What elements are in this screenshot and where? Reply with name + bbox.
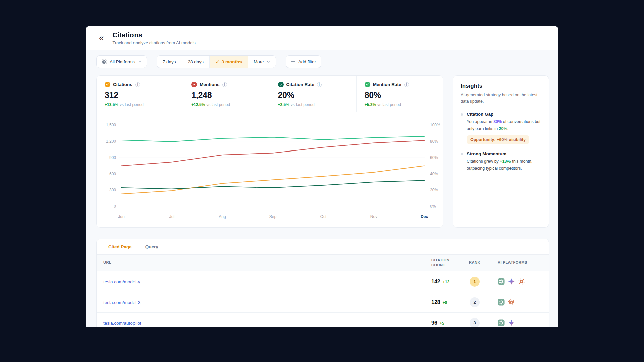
cited-pages-card: Cited Page Query URL CITATION COUNT RANK… bbox=[96, 239, 549, 327]
insight-title: Strong Momentum bbox=[467, 151, 541, 156]
table-row[interactable]: tesla.com/model-3 128+8 2 bbox=[97, 292, 549, 312]
stat-card-citation-rate: Citation Rate i 20% +2.5%vs last period bbox=[270, 76, 357, 112]
page-title: Citations bbox=[112, 31, 197, 39]
column-header-rank: RANK bbox=[469, 257, 480, 268]
right-axis-tick: 0% bbox=[430, 204, 436, 209]
left-axis-tick: 1,200 bbox=[106, 139, 116, 144]
right-axis-tick: 60% bbox=[430, 155, 438, 160]
tab-cited-page[interactable]: Cited Page bbox=[103, 239, 137, 254]
tab-query[interactable]: Query bbox=[140, 239, 163, 254]
insights-panel: Insights AI-generated strategy based on … bbox=[453, 75, 549, 228]
add-filter-label: Add filter bbox=[298, 59, 316, 64]
filter-bar: All Platforms 7 days 28 days 3 months Mo… bbox=[96, 55, 549, 68]
grid-icon bbox=[102, 59, 107, 64]
app-background: { "header": { "title": "Citations", "sub… bbox=[0, 0, 644, 362]
platform-selector[interactable]: All Platforms bbox=[96, 55, 147, 68]
title-block: Citations Track and analyze citations fr… bbox=[112, 31, 197, 45]
rank-cell: 2 bbox=[470, 297, 480, 307]
stat-value: 20% bbox=[278, 90, 348, 100]
x-axis-label: Jul bbox=[169, 214, 174, 219]
table-body: tesla.com/model-y 142+12 1 tesla.com/mod… bbox=[97, 271, 549, 327]
series-citation-rate bbox=[121, 180, 424, 189]
date-range-selector: 7 days 28 days 3 months More bbox=[157, 55, 276, 68]
stat-card-mentions: Mentions i 1,248 +12.5%vs last period bbox=[183, 76, 270, 112]
table-tabs: Cited Page Query bbox=[97, 239, 549, 255]
insight-bullet bbox=[461, 153, 463, 155]
check-circle-icon bbox=[365, 82, 370, 87]
right-axis-tick: 20% bbox=[430, 188, 438, 192]
series-citations bbox=[121, 166, 424, 194]
cited-url-link[interactable]: tesla.com/model-3 bbox=[103, 300, 140, 305]
plus-icon bbox=[291, 60, 295, 64]
insight-items: Citation Gap You appear in 80% of conver… bbox=[461, 112, 541, 172]
divider bbox=[152, 57, 152, 66]
rank-cell: 1 bbox=[470, 277, 480, 287]
x-axis-label: Dec bbox=[421, 214, 428, 219]
date-range-more[interactable]: More bbox=[248, 56, 276, 68]
claude-icon bbox=[518, 278, 525, 285]
stat-label: Citations bbox=[113, 82, 132, 87]
left-axis-tick: 1,500 bbox=[106, 123, 116, 127]
stat-label: Mention Rate bbox=[373, 82, 401, 87]
openai-icon bbox=[498, 299, 505, 306]
insight-body: Citations grew by +13% this month, outpa… bbox=[467, 158, 541, 172]
stat-card-mention-rate: Mention Rate i 80% +5.2%vs last period bbox=[357, 76, 443, 112]
stat-label: Mentions bbox=[200, 82, 219, 87]
ai-platforms-cell bbox=[492, 299, 542, 306]
left-axis-tick: 0 bbox=[114, 204, 116, 209]
right-axis-tick: 80% bbox=[430, 139, 438, 144]
citation-count-cell: 142+12 bbox=[427, 279, 458, 285]
chevron-down-icon bbox=[267, 61, 270, 63]
claude-icon bbox=[508, 299, 515, 306]
metrics-chart-card: Citations i 312 +13.5%vs last period Men… bbox=[96, 75, 443, 228]
stats-row: Citations i 312 +13.5%vs last period Men… bbox=[97, 76, 443, 112]
citations-chart: 1,500100%1,20080%90060%60040%30020%00%Ju… bbox=[97, 112, 443, 227]
column-header-citation-count: CITATION COUNT bbox=[427, 255, 458, 271]
openai-icon bbox=[498, 278, 505, 285]
series-mention-rate bbox=[121, 136, 424, 142]
insight-item: Strong Momentum Citations grew by +13% t… bbox=[461, 151, 541, 172]
gemini-icon bbox=[508, 319, 515, 326]
insight-badge: Opportunity: +60% visibility bbox=[467, 135, 529, 144]
insights-title: Insights bbox=[461, 83, 541, 89]
insights-subtitle: AI-generated strategy based on the lates… bbox=[461, 92, 541, 105]
info-icon[interactable]: i bbox=[222, 82, 227, 87]
check-icon bbox=[215, 60, 219, 63]
rank-badge: 1 bbox=[470, 277, 480, 287]
info-icon[interactable]: i bbox=[317, 82, 322, 87]
table-row[interactable]: tesla.com/autopilot 96+5 3 bbox=[97, 312, 549, 327]
divider bbox=[281, 57, 281, 66]
page-subtitle: Track and analyze citations from AI mode… bbox=[112, 40, 197, 45]
stat-delta: +13.5%vs last period bbox=[105, 102, 175, 107]
right-axis-tick: 100% bbox=[430, 123, 440, 127]
add-filter-button[interactable]: Add filter bbox=[286, 55, 321, 68]
date-range-7-days[interactable]: 7 days bbox=[157, 56, 182, 68]
column-header-ai-platforms: AI PLATFORMS bbox=[492, 257, 542, 268]
stat-delta: +5.2%vs last period bbox=[365, 102, 435, 107]
date-range-3-months[interactable]: 3 months bbox=[210, 56, 248, 68]
check-circle-icon bbox=[191, 82, 197, 87]
cited-url-link[interactable]: tesla.com/autopilot bbox=[103, 321, 141, 326]
collapse-back-icon[interactable]: « bbox=[99, 33, 104, 42]
line-chart-svg: 1,500100%1,20080%90060%60040%30020%00%Ju… bbox=[97, 115, 443, 226]
citations-panel: « Citations Track and analyze citations … bbox=[86, 26, 558, 327]
series-mentions bbox=[121, 140, 424, 166]
x-axis-label: Sep bbox=[269, 214, 277, 219]
panel-content: All Platforms 7 days 28 days 3 months Mo… bbox=[86, 50, 558, 327]
platform-selector-label: All Platforms bbox=[110, 59, 135, 64]
overview-row: Citations i 312 +13.5%vs last period Men… bbox=[96, 75, 549, 228]
info-icon[interactable]: i bbox=[404, 82, 409, 87]
citation-count-cell: 128+8 bbox=[427, 299, 458, 305]
table-row[interactable]: tesla.com/model-y 142+12 1 bbox=[97, 271, 549, 292]
stat-label: Citation Rate bbox=[286, 82, 314, 87]
date-range-28-days[interactable]: 28 days bbox=[182, 56, 210, 68]
check-circle-icon bbox=[105, 82, 110, 87]
openai-icon bbox=[498, 319, 505, 326]
rank-cell: 3 bbox=[470, 318, 480, 327]
stat-value: 1,248 bbox=[191, 90, 261, 100]
stat-delta: +12.5%vs last period bbox=[191, 102, 261, 107]
table-header: URL CITATION COUNT RANK AI PLATFORMS bbox=[97, 255, 549, 271]
cited-url-link[interactable]: tesla.com/model-y bbox=[103, 279, 140, 284]
x-axis-label: Oct bbox=[320, 214, 327, 219]
info-icon[interactable]: i bbox=[135, 82, 140, 87]
